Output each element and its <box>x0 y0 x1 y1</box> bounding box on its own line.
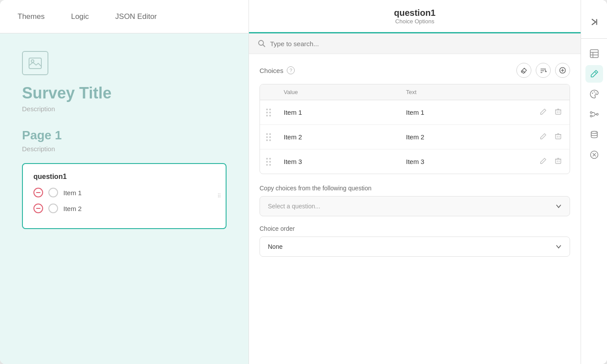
edit-choice-2-button[interactable] <box>538 131 548 143</box>
choice-text-2: Item 2 <box>406 133 528 141</box>
database-icon <box>589 130 599 139</box>
svg-point-36 <box>596 113 598 115</box>
chevron-down-icon-2 <box>556 244 562 250</box>
radio-label-2: Item 2 <box>63 205 82 212</box>
app-container: Themes Logic JSON Editor Survey Title De… <box>0 0 607 364</box>
choices-table-header: Value Text <box>260 84 570 100</box>
plus-circle-icon <box>559 67 566 74</box>
choice-value-3: Item 3 <box>284 158 406 165</box>
svg-point-33 <box>595 93 596 94</box>
choice-text-1: Item 1 <box>406 109 528 116</box>
page-title: Page 1 <box>22 128 227 142</box>
clear-choices-button[interactable] <box>516 63 531 78</box>
survey-description: Description <box>22 105 227 113</box>
choices-section: Choices ? <box>249 54 581 364</box>
col-header-value: Value <box>284 89 406 95</box>
right-sidebar <box>581 0 607 364</box>
sort-choices-button[interactable] <box>536 63 551 78</box>
trash-icon-1 <box>555 108 562 115</box>
choices-actions <box>516 63 570 78</box>
choice-order-label: Choice order <box>260 225 570 232</box>
choice-row-3: Item 3 Item 3 <box>260 149 570 174</box>
middle-panel: question1 Choice Options Choices ? <box>249 0 581 364</box>
pencil-icon-3 <box>540 157 547 164</box>
choice-row-2: Item 2 Item 2 <box>260 125 570 149</box>
svg-rect-20 <box>556 159 561 164</box>
svg-point-38 <box>591 131 597 134</box>
search-input[interactable] <box>270 40 572 47</box>
svg-rect-0 <box>29 58 41 69</box>
svg-point-35 <box>590 115 592 117</box>
choice-order-dropdown[interactable]: None <box>260 237 570 257</box>
add-choice-button[interactable] <box>555 63 570 78</box>
sort-icon <box>540 67 547 74</box>
svg-point-34 <box>590 112 592 113</box>
nav-themes[interactable]: Themes <box>18 9 44 25</box>
palette-button[interactable] <box>585 85 603 103</box>
delete-choice-2-button[interactable] <box>553 131 563 143</box>
sidebar-top <box>581 5 607 39</box>
choice-value-1: Item 1 <box>284 109 406 116</box>
x-circle-icon <box>589 150 599 160</box>
page-description: Description <box>22 145 227 153</box>
choice-order-section: Choice order None <box>260 225 570 257</box>
choices-table: Value Text Item 1 Item 1 <box>260 84 570 174</box>
table-view-button[interactable] <box>585 45 603 62</box>
trash-icon-3 <box>555 157 562 164</box>
svg-point-1 <box>31 60 34 62</box>
table-icon <box>589 49 599 58</box>
svg-line-30 <box>595 72 596 73</box>
radio-item-1: Item 1 <box>33 188 215 197</box>
nav-json-editor[interactable]: JSON Editor <box>115 9 157 25</box>
radio-label-1: Item 1 <box>63 189 82 197</box>
palette-icon <box>589 89 599 99</box>
pencil-icon-1 <box>540 108 547 115</box>
collapse-button[interactable] <box>585 13 603 31</box>
nav-logic[interactable]: Logic <box>71 9 89 25</box>
choices-label-group: Choices ? <box>260 66 295 74</box>
radio-minus-2 <box>33 204 43 213</box>
chevron-down-icon <box>556 203 562 209</box>
copy-choices-dropdown[interactable]: Select a question... <box>260 196 570 216</box>
choices-label: Choices <box>260 67 283 74</box>
svg-rect-26 <box>590 50 598 58</box>
svg-line-3 <box>263 45 265 47</box>
search-bar <box>249 33 581 54</box>
image-icon <box>29 58 42 69</box>
edit-choice-1-button[interactable] <box>538 106 548 118</box>
left-panel: Themes Logic JSON Editor Survey Title De… <box>0 0 249 364</box>
svg-point-32 <box>593 91 594 92</box>
pencil-icon-2 <box>540 133 547 140</box>
delete-choice-1-button[interactable] <box>553 106 563 118</box>
help-icon[interactable]: ? <box>287 66 295 74</box>
survey-preview: Survey Title Description Page 1 Descript… <box>0 33 249 364</box>
error-button[interactable] <box>585 146 603 164</box>
choice-text-3: Item 3 <box>406 158 528 165</box>
question-name: question1 <box>33 173 215 181</box>
drag-handle-1[interactable] <box>266 109 284 116</box>
database-button[interactable] <box>585 126 603 143</box>
question-card: ⠿ question1 Item 1 Item 2 <box>22 163 227 229</box>
eraser-icon <box>520 67 527 74</box>
col-header-text: Text <box>406 89 528 95</box>
middle-header-title: question1 <box>394 8 435 18</box>
radio-circle-1 <box>48 188 58 197</box>
delete-choice-3-button[interactable] <box>553 156 563 167</box>
choice-order-value: None <box>268 243 282 250</box>
conditions-button[interactable] <box>585 106 603 123</box>
arrow-right-icon <box>589 17 599 27</box>
svg-point-31 <box>592 93 592 94</box>
radio-circle-2 <box>48 204 58 213</box>
row-actions-2 <box>528 131 563 143</box>
middle-header-subtitle: Choice Options <box>395 18 435 25</box>
survey-image-placeholder <box>22 51 48 75</box>
copy-choices-section: Copy choices from the following question… <box>260 185 570 216</box>
edit-choice-3-button[interactable] <box>538 156 548 167</box>
survey-title: Survey Title <box>22 84 227 102</box>
row-actions-1 <box>528 106 563 118</box>
choice-value-2: Item 2 <box>284 133 406 141</box>
edit-button[interactable] <box>585 65 603 83</box>
choice-row-1: Item 1 Item 1 <box>260 100 570 125</box>
drag-handle-3[interactable] <box>266 158 284 166</box>
drag-handle-2[interactable] <box>266 133 284 141</box>
